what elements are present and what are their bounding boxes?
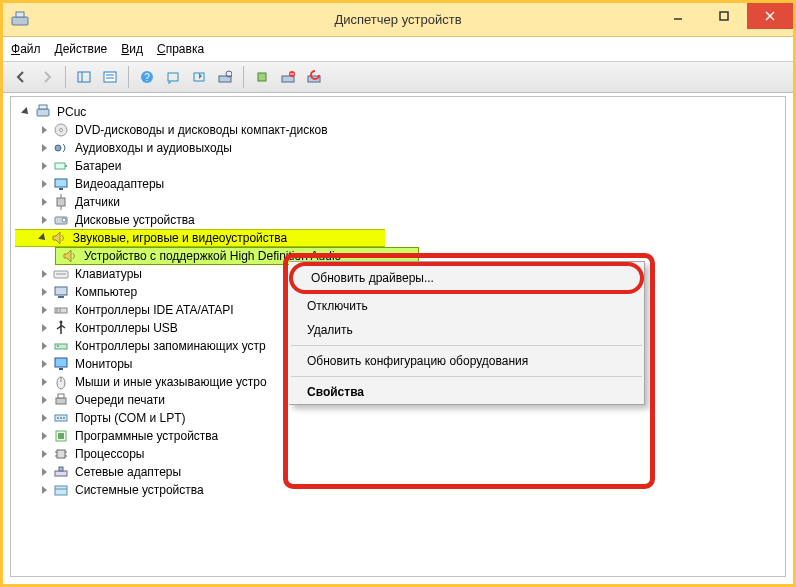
svg-rect-31 <box>59 188 63 190</box>
svg-rect-59 <box>57 450 65 458</box>
expand-icon[interactable] <box>37 411 51 425</box>
tree-category[interactable]: Батареи <box>15 157 785 175</box>
expand-icon[interactable] <box>37 375 51 389</box>
update-driver-button[interactable] <box>250 65 274 89</box>
expand-icon[interactable] <box>37 357 51 371</box>
category-label: Порты (COM и LPT) <box>73 410 188 426</box>
svg-rect-29 <box>65 165 67 167</box>
category-label: Процессоры <box>73 446 147 462</box>
svg-rect-0 <box>12 17 28 25</box>
category-label: Сетевые адаптеры <box>73 464 183 480</box>
device-category-icon <box>53 122 69 138</box>
svg-rect-32 <box>57 198 65 206</box>
tree-root[interactable]: PCuc <box>15 103 785 121</box>
category-label: Системные устройства <box>73 482 206 498</box>
device-category-icon <box>53 176 69 192</box>
tree-category[interactable]: Видеоадаптеры <box>15 175 785 193</box>
svg-rect-40 <box>58 296 64 298</box>
tree-category[interactable]: Системные устройства <box>15 481 785 499</box>
window-buttons <box>655 3 793 29</box>
expand-icon[interactable] <box>37 141 51 155</box>
context-menu-item-highlight: Обновить драйверы... <box>289 262 644 294</box>
expand-icon[interactable] <box>37 447 51 461</box>
expand-icon[interactable] <box>37 267 51 281</box>
root-label: PCuc <box>55 104 88 120</box>
svg-rect-23 <box>37 109 49 116</box>
category-label: Дисковые устройства <box>73 212 197 228</box>
device-category-icon <box>53 428 69 444</box>
category-label: Мыши и иные указывающие устро <box>73 374 269 390</box>
expand-icon[interactable] <box>37 429 51 443</box>
device-tree-container: PCuc DVD-дисководы и дисководы компакт-д… <box>10 96 786 577</box>
svg-point-44 <box>60 321 63 324</box>
ctx-properties[interactable]: Свойства <box>289 380 644 404</box>
expand-icon[interactable] <box>37 123 51 137</box>
back-button[interactable] <box>9 65 33 89</box>
category-label: Контроллеры USB <box>73 320 180 336</box>
expand-icon[interactable] <box>37 303 51 317</box>
menu-file[interactable]: Файл <box>11 42 41 56</box>
expand-icon[interactable] <box>37 285 51 299</box>
category-label: Контроллеры запоминающих устр <box>73 338 268 354</box>
tree-category[interactable]: Программные устройства <box>15 427 785 445</box>
menu-action[interactable]: Действие <box>55 42 108 56</box>
forward-button[interactable] <box>35 65 59 89</box>
ctx-scan-hardware[interactable]: Обновить конфигурацию оборудования <box>289 349 644 373</box>
action-button-1[interactable] <box>161 65 185 89</box>
device-category-icon <box>53 464 69 480</box>
expand-icon[interactable] <box>19 105 33 119</box>
device-category-icon <box>53 302 69 318</box>
svg-point-54 <box>57 417 59 419</box>
ctx-disable[interactable]: Отключить <box>289 294 644 318</box>
expand-icon[interactable] <box>37 465 51 479</box>
svg-rect-28 <box>55 163 65 169</box>
category-label: Аудиовходы и аудиовыходы <box>73 140 234 156</box>
device-category-icon <box>53 392 69 408</box>
toolbar: ? <box>3 61 793 93</box>
category-label: Батареи <box>73 158 123 174</box>
menu-view[interactable]: Вид <box>121 42 143 56</box>
tree-category[interactable]: Звуковые, игровые и видеоустройства <box>15 229 385 247</box>
menu-help[interactable]: Справка <box>157 42 204 56</box>
expand-icon[interactable] <box>37 321 51 335</box>
expand-icon[interactable] <box>37 339 51 353</box>
svg-rect-6 <box>78 72 90 82</box>
category-label: Программные устройства <box>73 428 220 444</box>
device-category-icon <box>53 158 69 174</box>
maximize-button[interactable] <box>701 3 747 29</box>
expand-icon[interactable] <box>37 483 51 497</box>
expand-icon[interactable] <box>37 195 51 209</box>
tree-category[interactable]: Дисковые устройства <box>15 211 785 229</box>
tree-category[interactable]: Сетевые адаптеры <box>15 463 785 481</box>
expand-icon[interactable] <box>37 213 51 227</box>
show-hide-tree-button[interactable] <box>72 65 96 89</box>
expand-icon[interactable] <box>37 159 51 173</box>
category-label: Датчики <box>73 194 122 210</box>
svg-point-36 <box>62 218 66 222</box>
tree-category[interactable]: Порты (COM и LPT) <box>15 409 785 427</box>
ctx-update-drivers[interactable]: Обновить драйверы... <box>293 266 640 290</box>
tree-category[interactable]: Процессоры <box>15 445 785 463</box>
device-category-icon <box>53 320 69 336</box>
expand-icon[interactable] <box>37 231 49 245</box>
properties-button[interactable] <box>98 65 122 89</box>
tree-category[interactable]: DVD-дисководы и дисководы компакт-дисков <box>15 121 785 139</box>
scan-hardware-button[interactable] <box>213 65 237 89</box>
disable-button[interactable] <box>302 65 326 89</box>
expand-icon[interactable] <box>37 393 51 407</box>
action-button-2[interactable] <box>187 65 211 89</box>
help-button[interactable]: ? <box>135 65 159 89</box>
svg-rect-58 <box>58 433 64 439</box>
device-tree: PCuc DVD-дисководы и дисководы компакт-д… <box>11 97 785 499</box>
category-label: DVD-дисководы и дисководы компакт-дисков <box>73 122 330 138</box>
svg-point-56 <box>63 417 65 419</box>
device-category-icon <box>53 374 69 390</box>
tree-category[interactable]: Датчики <box>15 193 785 211</box>
tree-category[interactable]: Аудиовходы и аудиовыходы <box>15 139 785 157</box>
uninstall-button[interactable] <box>276 65 300 89</box>
minimize-button[interactable] <box>655 3 701 29</box>
ctx-delete[interactable]: Удалить <box>289 318 644 342</box>
expand-icon[interactable] <box>37 177 51 191</box>
device-category-icon <box>53 140 69 156</box>
close-button[interactable] <box>747 3 793 29</box>
